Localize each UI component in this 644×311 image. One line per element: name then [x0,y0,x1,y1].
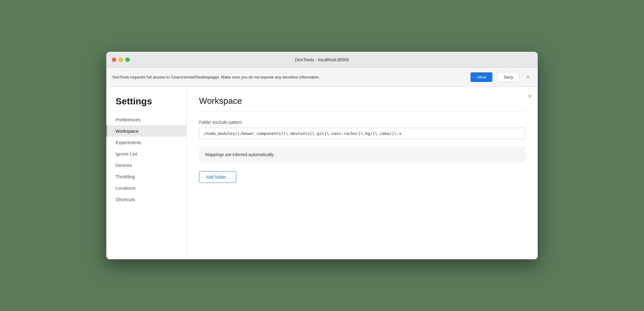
notification-close-button[interactable]: × [524,74,532,80]
folder-exclude-label: Folder exclude pattern [199,120,525,125]
traffic-lights [112,58,130,62]
content-divider [199,111,525,111]
window-title: DevTools - localhost:8000/ [295,57,349,62]
folder-exclude-input[interactable] [199,128,525,139]
mappings-info-box: Mappings are inferred automatically. [199,147,525,163]
sidebar-item-ignore-list[interactable]: Ignore List [106,148,186,160]
sidebar-item-devices[interactable]: Devices [106,160,186,171]
sidebar-title: Settings [106,96,186,114]
content-title: Workspace [199,96,525,106]
sidebar-item-experiments[interactable]: Experiments [106,137,186,148]
notification-bar: DevTools requests full access to /Users/… [106,68,538,87]
sidebar-item-workspace[interactable]: Workspace [106,125,186,137]
devtools-window: DevTools - localhost:8000/ DevTools requ… [106,52,538,259]
sidebar: Settings Preferences Workspace Experimen… [106,87,186,259]
maximize-traffic-light[interactable] [125,58,130,62]
sidebar-item-throttling[interactable]: Throttling [106,171,186,182]
minimize-traffic-light[interactable] [119,58,123,62]
sidebar-item-locations[interactable]: Locations [106,182,186,194]
close-traffic-light[interactable] [112,58,116,62]
sidebar-item-shortcuts[interactable]: Shortcuts [106,194,186,205]
allow-button[interactable]: Allow [471,72,492,82]
notification-text: DevTools requests full access to /Users/… [112,75,466,79]
title-bar: DevTools - localhost:8000/ [106,52,538,68]
sidebar-item-preferences[interactable]: Preferences [106,114,186,125]
deny-button[interactable]: Deny [497,72,520,82]
main-content: Settings Preferences Workspace Experimen… [106,87,538,259]
content-panel: × Workspace Folder exclude pattern Mappi… [186,87,538,259]
panel-close-button[interactable]: × [528,93,532,99]
add-folder-button[interactable]: Add folder... [199,171,236,183]
mappings-info-text: Mappings are inferred automatically. [205,152,275,157]
